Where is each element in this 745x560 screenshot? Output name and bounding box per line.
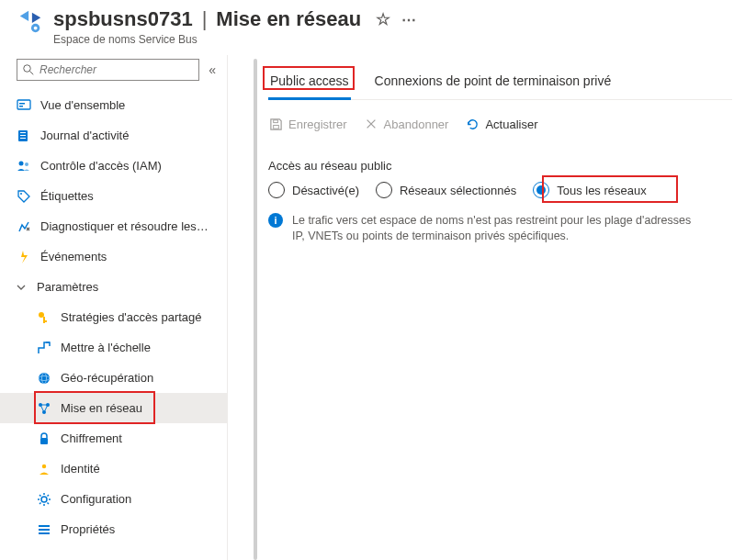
svg-rect-37 [39, 532, 50, 534]
radio-all-networks[interactable]: Tous les réseaux [533, 182, 647, 198]
tab-private-endpoints[interactable]: Connexions de point de terminaison privé [373, 70, 614, 99]
radio-circle-checked-icon [533, 182, 549, 198]
sidebar-item-configuration[interactable]: Configuration [0, 484, 227, 514]
svg-rect-10 [20, 138, 26, 139]
sidebar-item-geo-recovery[interactable]: Géo-récupération [0, 363, 227, 393]
svg-point-11 [19, 161, 24, 165]
sidebar-item-iam[interactable]: Contrôle d'accès (IAM) [0, 151, 227, 181]
sidebar: « Vue d'ensemble Journal d'activité Cont… [0, 55, 228, 560]
svg-rect-5 [19, 103, 25, 105]
svg-rect-17 [43, 320, 47, 322]
favorite-star-icon[interactable]: ☆ [376, 9, 390, 29]
command-bar: Enregistrer Abandonner Actualiser [268, 117, 732, 131]
sidebar-item-encryption[interactable]: Chiffrement [0, 423, 227, 454]
discard-icon [364, 117, 378, 131]
save-button[interactable]: Enregistrer [268, 117, 347, 131]
svg-point-13 [20, 193, 22, 195]
save-icon [268, 117, 283, 131]
resource-name: spsbusns0731 [53, 7, 193, 31]
public-network-access-label: Accès au réseau public [268, 159, 732, 173]
events-icon [17, 250, 31, 264]
sidebar-item-properties[interactable]: Propriétés [0, 514, 227, 544]
identity-icon [37, 462, 51, 476]
svg-rect-41 [273, 119, 277, 122]
svg-point-26 [41, 497, 47, 502]
more-actions-icon[interactable]: ⋯ [401, 11, 418, 28]
sidebar-item-scale[interactable]: Mettre à l'échelle [0, 332, 227, 363]
globe-icon [37, 371, 51, 386]
iam-icon [17, 159, 31, 174]
svg-rect-40 [273, 125, 278, 129]
info-message: i Le trafic vers cet espace de noms n'es… [268, 213, 732, 244]
svg-line-32 [48, 502, 50, 504]
key-icon [37, 310, 51, 325]
refresh-icon [465, 117, 480, 131]
radio-label: Désactivé(e) [292, 184, 359, 197]
discard-button[interactable]: Abandonner [364, 117, 449, 131]
properties-icon [37, 522, 51, 537]
sidebar-item-activity-log[interactable]: Journal d'activité [0, 120, 227, 151]
sidebar-item-diagnose[interactable]: Diagnostiquer et résoudre les… [0, 211, 227, 241]
networking-icon [37, 401, 51, 416]
sidebar-item-label: Identité [61, 462, 100, 476]
svg-rect-35 [39, 525, 50, 527]
sidebar-item-locks[interactable]: Verrous [0, 544, 227, 551]
sidebar-item-events[interactable]: Événements [0, 241, 227, 272]
sidebar-item-label: Propriétés [61, 522, 115, 536]
button-label: Enregistrer [288, 118, 347, 131]
radio-label: Tous les réseaux [557, 184, 647, 197]
sidebar-item-overview[interactable]: Vue d'ensemble [0, 90, 227, 120]
sidebar-item-label: Chiffrement [61, 431, 122, 445]
svg-point-1 [34, 27, 38, 30]
radio-selected-networks[interactable]: Réseaux sélectionnés [376, 182, 516, 198]
svg-rect-9 [20, 135, 26, 136]
radio-disabled[interactable]: Désactivé(e) [268, 182, 359, 198]
tab-public-access[interactable]: Public access [268, 70, 351, 99]
sidebar-nav: Vue d'ensemble Journal d'activité Contrô… [0, 90, 227, 551]
svg-line-3 [30, 72, 34, 75]
sidebar-item-label: Vue d'ensemble [40, 98, 125, 112]
svg-line-33 [40, 502, 41, 504]
sidebar-item-label: Stratégies d'accès partagé [61, 310, 202, 324]
sidebar-item-shared-access[interactable]: Stratégies d'accès partagé [0, 302, 227, 332]
service-bus-icon [17, 7, 44, 35]
tab-label: Connexions de point de terminaison privé [375, 73, 612, 88]
main-content: Public access Connexions de point de ter… [228, 55, 745, 560]
radio-circle-icon [268, 182, 285, 198]
svg-line-31 [40, 495, 41, 497]
public-access-radio-group: Désactivé(e) Réseaux sélectionnés Tous l… [268, 182, 732, 198]
tags-icon [17, 189, 31, 204]
search-input[interactable] [40, 63, 193, 76]
title-separator: | [202, 7, 208, 31]
sidebar-item-identity[interactable]: Identité [0, 454, 227, 484]
diagnose-icon [17, 219, 31, 234]
sidebar-item-networking[interactable]: Mise en réseau [0, 393, 227, 423]
sidebar-item-label: Contrôle d'accès (IAM) [40, 159, 162, 173]
scale-icon [37, 341, 51, 355]
svg-line-34 [48, 495, 50, 497]
overview-icon [17, 98, 31, 113]
button-label: Abandonner [384, 118, 449, 131]
sidebar-item-label: Mise en réseau [61, 401, 142, 415]
svg-rect-6 [19, 106, 23, 107]
sidebar-item-label: Diagnostiquer et résoudre les… [40, 219, 209, 233]
svg-point-2 [24, 65, 31, 73]
sidebar-item-label: Mettre à l'échelle [61, 341, 151, 354]
sidebar-search[interactable] [17, 59, 199, 81]
search-icon [23, 64, 34, 75]
svg-rect-4 [17, 100, 30, 109]
svg-point-25 [42, 464, 46, 467]
sidebar-item-label: Événements [40, 250, 107, 263]
refresh-button[interactable]: Actualiser [465, 117, 537, 131]
button-label: Actualiser [485, 118, 537, 131]
info-text: Le trafic vers cet espace de noms n'est … [292, 213, 696, 244]
lock-icon [37, 431, 51, 446]
page-header: spsbusns0731 | Mise en réseau ☆ ⋯ Espace… [0, 0, 745, 55]
collapse-sidebar-icon[interactable]: « [205, 62, 220, 77]
sidebar-item-tags[interactable]: Étiquettes [0, 181, 227, 211]
sidebar-group-settings[interactable]: Paramètres [0, 272, 227, 302]
sidebar-item-label: Étiquettes [40, 189, 94, 203]
sidebar-group-label: Paramètres [37, 280, 98, 294]
svg-point-12 [25, 162, 28, 166]
info-icon: i [268, 213, 283, 228]
